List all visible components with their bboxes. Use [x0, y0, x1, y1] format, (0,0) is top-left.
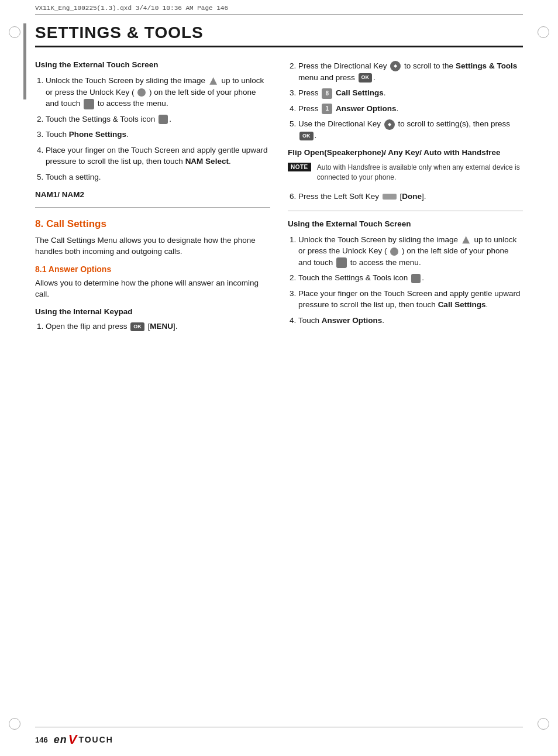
corner-mark-tl — [9, 26, 20, 38]
note-text: Auto with Handsfree is available only wh… — [317, 163, 523, 183]
page-footer: 146 en V TOUCH — [35, 727, 523, 747]
section1-step4: Place your finger on the Touch Screen an… — [46, 145, 270, 167]
ok-icon-step5: OK — [299, 132, 314, 140]
corner-mark-bl — [9, 718, 20, 730]
section1-steps-list: Unlock the Touch Screen by sliding the i… — [46, 75, 270, 183]
page-number: 146 — [35, 736, 48, 744]
header-text: VX11K_Eng_100225(1.3).qxd 3/4/10 10:36 A… — [35, 5, 228, 12]
internal-steps-list: Open the flip and press OK [MENU]. — [46, 321, 270, 332]
dir-key-icon-step2 — [390, 61, 401, 71]
internal-step1: Open the flip and press OK [MENU]. — [46, 321, 270, 332]
section1-step1: Unlock the Touch Screen by sliding the i… — [46, 75, 270, 109]
right-steps-list: Press the Directional Key to scroll to t… — [298, 60, 523, 141]
answer-options-body: Allows you to determine how the phone wi… — [35, 277, 270, 300]
section2-heading-right: Using the External Touch Screen — [288, 219, 523, 228]
dots-icon2 — [336, 257, 347, 268]
internal-keypad-heading: Using the Internal Keypad — [35, 307, 270, 316]
ok-icon-step2: OK — [359, 73, 373, 82]
section2-step1: Unlock the Touch Screen by sliding the i… — [298, 234, 523, 269]
section2-step4: Touch Answer Options. — [298, 315, 523, 327]
num1-icon: 1 — [322, 104, 332, 114]
section1-step3: Touch Phone Settings. — [46, 129, 270, 140]
section2-steps-list: Unlock the Touch Screen by sliding the i… — [298, 234, 523, 327]
settings-icon — [159, 115, 168, 124]
two-column-layout: Using the External Touch Screen Unlock t… — [35, 60, 523, 339]
lock-icon2 — [390, 248, 398, 256]
left-column: Using the External Touch Screen Unlock t… — [35, 60, 270, 339]
num8-icon: 8 — [322, 88, 332, 99]
section1-step2: Touch the Settings & Tools icon . — [46, 114, 270, 125]
brand-v: V — [68, 732, 78, 747]
softkey-icon — [383, 194, 397, 200]
divider1 — [35, 207, 270, 208]
right-step3: Press 8 Call Settings. — [298, 87, 523, 99]
section2-step2: Touch the Settings & Tools icon . — [298, 272, 523, 284]
section1-step5: Touch a setting. — [46, 171, 270, 183]
right-column: Press the Directional Key to scroll to t… — [288, 60, 523, 339]
call-settings-body: The Call Settings Menu allows you to des… — [35, 235, 270, 257]
brand-logo: en V TOUCH — [54, 732, 113, 747]
left-border-bar — [23, 23, 26, 99]
nam-heading: NAM1/ NAM2 — [35, 190, 270, 199]
right-step6: Press the Left Soft Key [Done]. — [298, 191, 523, 202]
dir-key-icon-step5 — [384, 119, 395, 130]
brand-touch: TOUCH — [78, 735, 113, 744]
step6-list: Press the Left Soft Key [Done]. — [298, 191, 523, 202]
settings-icon2 — [411, 274, 421, 283]
section2-step3: Place your finger on the Touch Screen an… — [298, 288, 523, 311]
right-step2: Press the Directional Key to scroll to t… — [298, 60, 523, 83]
answer-options-heading: 8.1 Answer Options — [35, 264, 270, 274]
right-step4: Press 1 Answer Options. — [298, 103, 523, 115]
note-box: NOTE Auto with Handsfree is available on… — [288, 163, 523, 183]
ok-icon-step1: OK — [130, 322, 144, 331]
call-settings-heading: 8. Call Settings — [35, 218, 270, 230]
up-arrow-icon — [209, 76, 218, 85]
section1-heading: Using the External Touch Screen — [35, 60, 270, 69]
page-container: SETTINGS & TOOLS Using the External Touc… — [35, 23, 523, 721]
page-title: SETTINGS & TOOLS — [35, 23, 523, 47]
up-arrow-icon2 — [461, 235, 471, 245]
divider2 — [288, 211, 523, 211]
note-label: NOTE — [288, 163, 311, 171]
page-header: VX11K_Eng_100225(1.3).qxd 3/4/10 10:36 A… — [35, 5, 523, 15]
corner-mark-tr — [538, 26, 549, 38]
right-step5: Use the Directional Key to scroll to set… — [298, 118, 523, 141]
brand-en: en — [54, 734, 67, 746]
flip-heading: Flip Open(Speakerphone)/ Any Key/ Auto w… — [288, 148, 523, 157]
corner-mark-br — [538, 718, 549, 730]
lock-icon — [137, 88, 146, 97]
dots-icon — [84, 99, 94, 109]
